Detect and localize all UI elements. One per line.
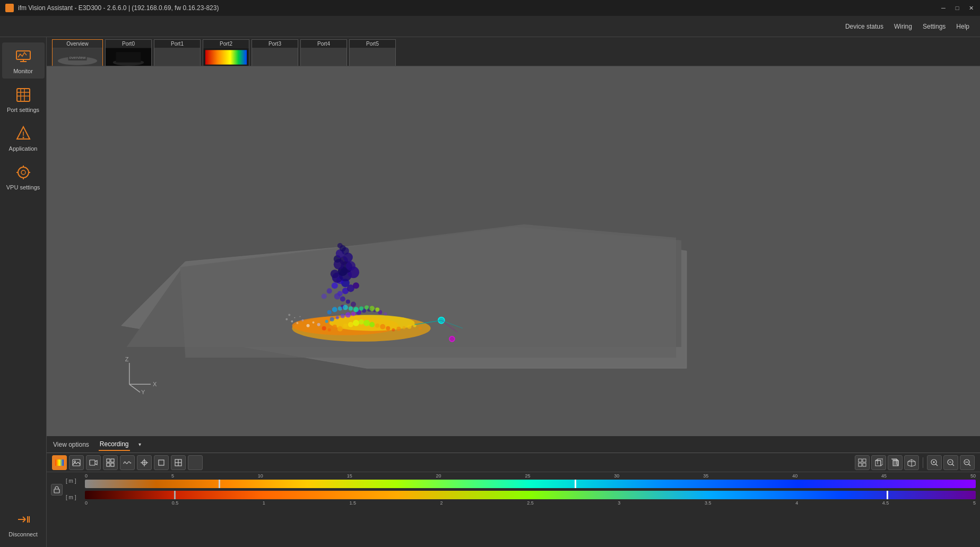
topnav: Device status Wiring Settings Help [0, 16, 980, 37]
svg-point-110 [327, 310, 332, 315]
dots-grid-button[interactable] [188, 455, 203, 470]
svg-point-120 [291, 320, 293, 323]
toolbar-separator [923, 457, 923, 468]
overview-thumb: overview [53, 48, 102, 66]
color-map-button[interactable] [52, 455, 67, 470]
colorbar-lock-button[interactable] [51, 484, 63, 496]
device-status-link[interactable]: Device status [845, 23, 883, 30]
bottom-colorbar[interactable] [85, 491, 976, 499]
svg-rect-161 [863, 459, 866, 462]
tab-port4[interactable]: Port4 [300, 39, 347, 66]
svg-point-113 [343, 305, 348, 310]
svg-point-152 [195, 459, 196, 461]
window-controls: ─ □ ✕ [940, 4, 975, 12]
svg-point-53 [343, 324, 348, 328]
tab-port2[interactable]: Port2 [203, 39, 249, 66]
sidebar-item-vpu-settings[interactable]: VPU settings [2, 159, 45, 195]
zoom-in-button[interactable] [927, 455, 942, 470]
bottom-panel: View options Recording ▾ [47, 436, 980, 547]
tab-port1[interactable]: Port1 [154, 39, 201, 66]
bottom-colorbar-left-handle[interactable] [174, 491, 176, 499]
svg-rect-34 [301, 48, 346, 66]
sidebar-item-application[interactable]: Application [2, 120, 45, 156]
maximize-button[interactable]: □ [953, 4, 961, 12]
svg-rect-29 [116, 52, 141, 63]
tab-port3[interactable]: Port3 [251, 39, 298, 66]
svg-point-112 [338, 307, 342, 311]
colorbar-left-handle[interactable] [219, 480, 220, 488]
grid3d-button[interactable] [855, 455, 870, 470]
close-button[interactable]: ✕ [967, 4, 975, 12]
video-record-button[interactable] [86, 455, 101, 470]
sidebar-item-monitor[interactable]: Monitor [2, 42, 45, 79]
svg-point-65 [407, 325, 411, 329]
tab-overview[interactable]: Overview overview [52, 39, 103, 66]
bottom-colorbar-right-handle[interactable] [887, 491, 888, 499]
sidebar-item-port-settings[interactable]: Port settings [2, 81, 45, 117]
tab-view-options[interactable]: View options [52, 439, 90, 450]
svg-rect-182 [54, 489, 59, 493]
svg-rect-141 [111, 459, 114, 462]
wiring-link[interactable]: Wiring [894, 23, 912, 30]
zoom-out-button[interactable] [960, 455, 975, 470]
square-select-button[interactable] [154, 455, 169, 470]
app-icon [5, 4, 14, 12]
svg-point-10 [22, 137, 24, 138]
help-link[interactable]: Help [956, 23, 969, 30]
window-title: ifm Vision Assistant - E3D300 - 2.6.6.0 … [18, 4, 219, 12]
port5-thumb [350, 48, 395, 66]
svg-point-93 [351, 301, 356, 307]
svg-rect-140 [107, 459, 110, 462]
svg-point-99 [331, 270, 339, 278]
svg-rect-139 [90, 460, 95, 465]
image-view-button[interactable] [69, 455, 84, 470]
svg-point-74 [351, 312, 355, 316]
svg-point-123 [288, 314, 290, 316]
top-scale-numbers: 0 5 10 15 20 25 30 35 40 45 50 [85, 473, 976, 479]
3d-viewport[interactable]: X Y Z [47, 66, 980, 436]
cube-corner-button[interactable] [904, 455, 919, 470]
svg-rect-147 [159, 460, 164, 465]
crosshair-button[interactable] [137, 455, 152, 470]
svg-point-52 [337, 326, 343, 332]
colorbar-right-handle[interactable] [575, 480, 576, 488]
sidebar: Monitor Port settings [0, 37, 47, 547]
top-bar-label: [ m ] [66, 478, 83, 484]
port3-thumb [252, 48, 298, 66]
svg-point-12 [21, 170, 25, 175]
settings-link[interactable]: Settings [923, 23, 946, 30]
svg-point-122 [294, 317, 295, 318]
svg-text:overview: overview [70, 55, 86, 60]
monitor-label: Monitor [13, 68, 33, 74]
tab-port5[interactable]: Port5 [349, 39, 396, 66]
recording-dropdown-arrow[interactable]: ▾ [138, 441, 141, 447]
fit-view-button[interactable] [943, 455, 958, 470]
port1-tab-label: Port1 [154, 40, 200, 48]
sidebar-item-disconnect[interactable]: Disconnect [2, 506, 45, 542]
tab-recording[interactable]: Recording [99, 438, 130, 451]
port-settings-icon [14, 85, 33, 105]
svg-rect-143 [111, 463, 114, 466]
cube-side-button[interactable] [888, 455, 903, 470]
svg-rect-3 [17, 89, 30, 101]
cube-front-button[interactable] [871, 455, 886, 470]
svg-point-47 [296, 322, 298, 324]
svg-rect-30 [154, 48, 200, 66]
tab-port0[interactable]: Port0 [105, 39, 152, 66]
overview-tab-label: Overview [53, 40, 102, 48]
minimize-button[interactable]: ─ [940, 4, 947, 12]
wave-button[interactable] [120, 455, 135, 470]
svg-point-119 [375, 308, 379, 312]
svg-line-173 [936, 464, 938, 466]
svg-point-153 [197, 459, 199, 461]
svg-point-57 [363, 320, 370, 326]
svg-point-63 [396, 327, 401, 331]
svg-point-89 [322, 293, 327, 299]
resize-button[interactable] [171, 455, 186, 470]
grid-view-button[interactable] [103, 455, 118, 470]
svg-point-80 [384, 312, 387, 316]
disconnect-icon [14, 510, 33, 529]
svg-rect-136 [55, 459, 64, 466]
svg-rect-164 [875, 461, 881, 466]
svg-text:Y: Y [141, 389, 145, 395]
